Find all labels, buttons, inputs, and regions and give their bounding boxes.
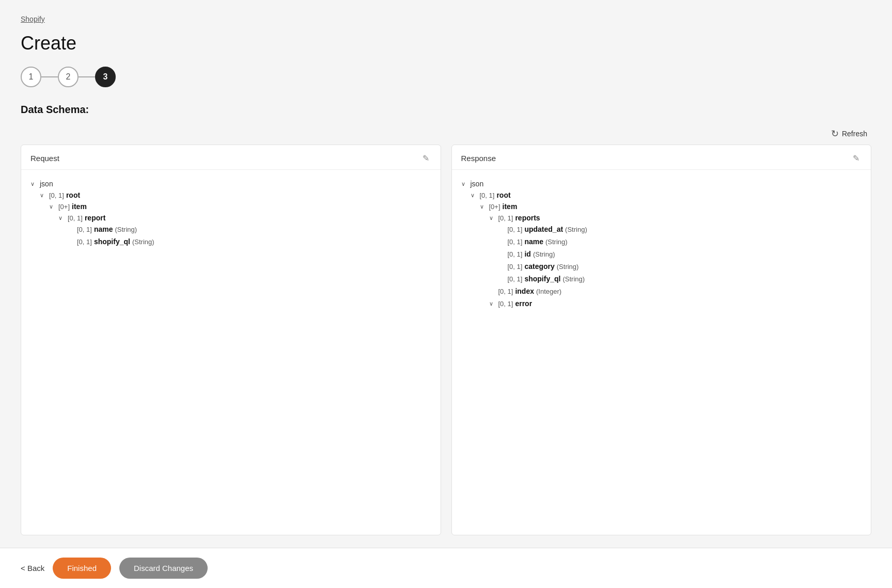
res-error-chevron[interactable]: ∨ (489, 300, 496, 307)
res-json-label: json (471, 180, 484, 188)
res-reports-node: ∨ [0, 1] reports [0, 1] (480, 212, 862, 284)
req-report-chevron[interactable]: ∨ (58, 215, 66, 221)
res-name-field: name (524, 237, 543, 246)
res-error-node: ∨ [0, 1] error (480, 298, 862, 309)
res-index-type: (Integer) (536, 288, 561, 295)
page-container: Shopify Create 1 2 3 Data Schema: ↻ Refr… (0, 0, 892, 588)
req-root-chevron[interactable]: ∨ (40, 192, 47, 199)
res-shopify-node: [0, 1] shopify_ql (String) (489, 273, 862, 284)
step-3[interactable]: 3 (95, 67, 116, 87)
refresh-label: Refresh (842, 130, 867, 138)
req-root-node: ∨ [0, 1] root ∨ [0+] item (30, 189, 431, 247)
res-item-range: [0+] (489, 203, 500, 211)
response-panel-header: Response ✎ (452, 145, 871, 170)
res-updated-type: (String) (565, 226, 587, 233)
section-label: Data Schema: (21, 104, 871, 116)
req-shopify-range: [0, 1] (77, 238, 92, 246)
req-json-chevron[interactable]: ∨ (30, 181, 38, 187)
page-title: Create (21, 33, 871, 54)
response-panel: Response ✎ ∨ json ∨ [0, (451, 145, 872, 535)
res-category-row: [0, 1] category (String) (498, 261, 862, 272)
request-panel-title: Request (30, 154, 59, 163)
res-id-node: [0, 1] id (String) (489, 248, 862, 260)
step-1[interactable]: 1 (21, 67, 41, 87)
req-item-name: item (72, 202, 87, 211)
res-name-type: (String) (545, 238, 568, 246)
breadcrumb: Shopify (21, 14, 871, 23)
res-item-name: item (503, 202, 518, 211)
request-panel: Request ✎ ∨ json ∨ [0, (21, 145, 441, 535)
res-id-type: (String) (533, 250, 555, 258)
req-shopify-type: (String) (132, 238, 154, 246)
req-name-node: [0, 1] name (String) (58, 224, 431, 235)
res-reports-row: ∨ [0, 1] reports (489, 212, 862, 224)
req-item-node: ∨ [0+] item ∨ [0, 1] report (40, 201, 431, 247)
req-name-range: [0, 1] (77, 226, 92, 233)
res-name-range: [0, 1] (508, 238, 523, 246)
panels: Request ✎ ∨ json ∨ [0, (21, 145, 871, 535)
back-button[interactable]: < Back (21, 564, 44, 573)
res-category-field: category (524, 262, 554, 271)
res-root-row: ∨ [0, 1] root (471, 189, 862, 201)
step-2[interactable]: 2 (58, 67, 79, 87)
response-edit-button[interactable]: ✎ (851, 152, 862, 164)
res-root-name: root (496, 191, 510, 199)
res-error-range: [0, 1] (498, 300, 513, 308)
step-connector-1 (41, 76, 58, 77)
res-index-field: index (515, 287, 534, 295)
res-index-node: [0, 1] index (Integer) (480, 285, 862, 297)
bottom-bar: < Back Finished Discard Changes (0, 548, 892, 588)
req-shopify-node: [0, 1] shopify_ql (String) (58, 236, 431, 247)
res-category-type: (String) (557, 263, 579, 271)
res-reports-chevron[interactable]: ∨ (489, 215, 496, 221)
refresh-button[interactable]: ↻ Refresh (827, 126, 871, 141)
req-shopify-field: shopify_ql (94, 237, 130, 246)
res-json-row: ∨ json (461, 178, 862, 189)
res-updated-node: [0, 1] updated_at (String) (489, 224, 862, 235)
request-edit-button[interactable]: ✎ (420, 152, 431, 164)
req-root-range: [0, 1] (49, 192, 64, 199)
res-shopify-type: (String) (562, 275, 585, 283)
req-report-row: ∨ [0, 1] report (58, 212, 431, 224)
request-panel-header: Request ✎ (21, 145, 441, 170)
res-item-row: ∨ [0+] item (480, 201, 862, 212)
req-item-chevron[interactable]: ∨ (49, 203, 56, 210)
refresh-row: ↻ Refresh (21, 126, 871, 141)
request-panel-body: ∨ json ∨ [0, 1] root (21, 170, 441, 535)
res-root-chevron[interactable]: ∨ (471, 192, 478, 199)
res-index-row: [0, 1] index (Integer) (489, 285, 862, 297)
res-updated-row: [0, 1] updated_at (String) (498, 224, 862, 235)
response-panel-title: Response (461, 154, 496, 163)
finished-button[interactable]: Finished (53, 558, 111, 579)
res-name-row: [0, 1] name (String) (498, 236, 862, 247)
res-category-range: [0, 1] (508, 263, 523, 271)
res-shopify-field: shopify_ql (524, 275, 560, 283)
stepper: 1 2 3 (21, 67, 871, 87)
req-name-row: [0, 1] name (String) (68, 224, 431, 235)
response-panel-body: ∨ json ∨ [0, 1] root (452, 170, 871, 535)
res-json-chevron[interactable]: ∨ (461, 181, 468, 187)
res-item-chevron[interactable]: ∨ (480, 203, 487, 210)
res-item-node: ∨ [0+] item ∨ [0, 1] reports (471, 201, 862, 309)
refresh-icon: ↻ (831, 128, 839, 139)
discard-button[interactable]: Discard Changes (119, 558, 208, 579)
res-category-node: [0, 1] category (String) (489, 261, 862, 272)
req-item-row: ∨ [0+] item (49, 201, 431, 212)
res-json-node: ∨ json ∨ [0, 1] root (461, 178, 862, 309)
req-json-label: json (40, 180, 53, 188)
req-report-name: report (85, 214, 105, 222)
res-root-node: ∨ [0, 1] root ∨ [0+] item (461, 189, 862, 309)
breadcrumb-link[interactable]: Shopify (21, 15, 45, 23)
req-shopify-row: [0, 1] shopify_ql (String) (68, 236, 431, 247)
res-updated-field: updated_at (524, 225, 563, 233)
res-name-node: [0, 1] name (String) (489, 236, 862, 247)
req-report-range: [0, 1] (68, 214, 83, 222)
req-root-name: root (66, 191, 80, 199)
req-item-range: [0+] (58, 203, 70, 211)
res-error-field: error (515, 299, 532, 308)
res-id-range: [0, 1] (508, 250, 523, 258)
res-updated-range: [0, 1] (508, 226, 523, 233)
res-error-row: ∨ [0, 1] error (489, 298, 862, 309)
res-shopify-row: [0, 1] shopify_ql (String) (498, 273, 862, 284)
step-connector-2 (79, 76, 95, 77)
